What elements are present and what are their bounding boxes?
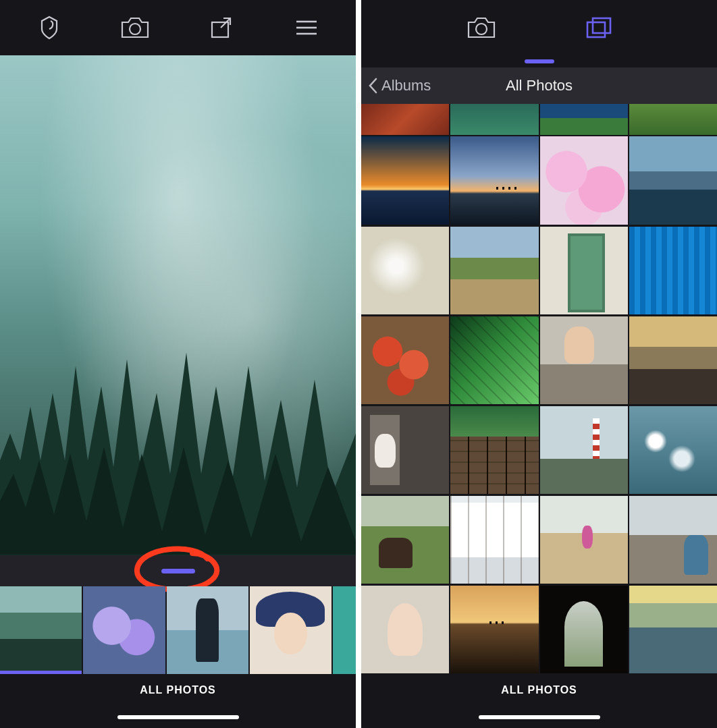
tray-strip — [0, 555, 356, 586]
thumb-man-standing[interactable] — [167, 586, 248, 674]
grid-photo[interactable] — [450, 496, 538, 584]
logo-icon[interactable] — [7, 14, 92, 41]
drag-handle[interactable] — [161, 569, 195, 573]
grid-photo[interactable] — [361, 227, 449, 314]
filmstrip[interactable] — [0, 586, 356, 674]
menu-icon[interactable] — [263, 18, 349, 38]
grid-photo[interactable] — [540, 586, 628, 673]
back-button[interactable]: Albums — [361, 77, 431, 94]
nav-bar: Albums All Photos — [361, 67, 717, 104]
filmstrip-label: ALL PHOTOS — [0, 674, 356, 706]
grid-photo[interactable] — [629, 104, 717, 135]
grid-photo[interactable] — [540, 406, 628, 494]
grid-label: ALL PHOTOS — [361, 674, 717, 706]
main-photo-preview[interactable] — [0, 55, 356, 555]
screen-gallery: Albums All Photos — [361, 0, 717, 728]
toolbar — [0, 0, 356, 55]
share-icon[interactable] — [178, 14, 264, 41]
grid-photo[interactable] — [629, 586, 717, 673]
grid-photo[interactable] — [450, 104, 538, 135]
home-indicator[interactable] — [117, 715, 239, 719]
grid-photo[interactable] — [361, 496, 449, 584]
drag-handle[interactable] — [525, 59, 554, 63]
grid-photo[interactable] — [629, 136, 717, 224]
back-label: Albums — [381, 77, 431, 94]
grid-photo[interactable] — [361, 586, 449, 673]
svg-rect-1 — [212, 22, 228, 37]
grid-photo[interactable] — [450, 316, 538, 404]
svg-rect-6 — [587, 22, 605, 37]
thumb-teal[interactable] — [333, 586, 356, 674]
grid-photo[interactable] — [361, 136, 449, 224]
grid-photo[interactable] — [540, 316, 628, 404]
grid-photo[interactable] — [629, 227, 717, 314]
grid-photo[interactable] — [361, 316, 449, 404]
photo-grid[interactable] — [361, 104, 717, 674]
gallery-icon[interactable] — [585, 16, 613, 40]
grid-photo[interactable] — [540, 104, 628, 135]
grid-photo[interactable] — [629, 316, 717, 404]
svg-rect-7 — [593, 18, 610, 33]
svg-point-0 — [130, 24, 140, 34]
screen-editor: ALL PHOTOS — [0, 0, 356, 728]
grid-photo[interactable] — [450, 406, 538, 494]
grid-photo[interactable] — [361, 104, 449, 135]
grid-photo[interactable] — [450, 586, 538, 673]
svg-point-5 — [476, 24, 487, 34]
thumb-woman-hat[interactable] — [250, 586, 331, 674]
camera-icon[interactable] — [92, 15, 178, 40]
home-indicator[interactable] — [479, 715, 600, 719]
thumb-purple-flowers[interactable] — [83, 586, 165, 674]
grid-photo[interactable] — [629, 496, 717, 584]
toolbar — [361, 0, 717, 55]
grid-photo[interactable] — [629, 406, 717, 494]
grid-photo[interactable] — [450, 136, 538, 224]
grid-photo[interactable] — [361, 406, 449, 494]
grid-photo[interactable] — [540, 136, 628, 224]
chevron-left-icon — [368, 78, 377, 94]
grid-photo[interactable] — [540, 496, 628, 584]
grid-photo[interactable] — [450, 227, 538, 314]
thumb-forest[interactable] — [0, 586, 82, 674]
tray-strip — [361, 55, 717, 67]
grid-photo[interactable] — [540, 227, 628, 314]
camera-icon[interactable] — [466, 15, 497, 40]
